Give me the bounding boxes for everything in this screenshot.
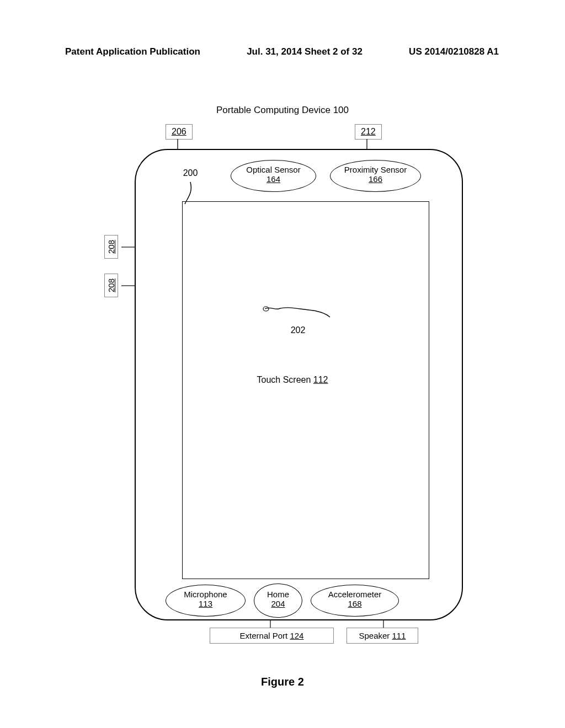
- home-num: 204: [271, 599, 285, 608]
- touch-screen-text: Touch Screen: [257, 375, 313, 384]
- ref-206: 206: [166, 124, 193, 140]
- speaker-box: Speaker 111: [347, 628, 418, 644]
- touch-screen-label: Touch Screen 112: [237, 375, 348, 385]
- accelerometer-num: 168: [348, 599, 361, 608]
- optical-sensor-bubble: Optical Sensor 164: [231, 160, 316, 192]
- touch-screen-num: 112: [313, 375, 328, 384]
- external-port-num: 124: [290, 631, 303, 640]
- accelerometer-bubble: Accelerometer 168: [311, 585, 399, 617]
- ref-212: 212: [355, 124, 382, 140]
- external-port-label: External Port: [240, 631, 290, 640]
- ref-200: 200: [177, 168, 204, 178]
- accelerometer-label: Accelerometer: [311, 590, 398, 599]
- touch-screen-outline: [182, 201, 429, 579]
- microphone-num: 113: [199, 599, 212, 608]
- speaker-label: Speaker: [359, 631, 392, 640]
- ref-208-upper: 208: [104, 235, 118, 259]
- proximity-sensor-label: Proximity Sensor: [331, 165, 420, 174]
- ref-208-lower: 208: [104, 274, 118, 297]
- microphone-label: Microphone: [166, 590, 245, 599]
- microphone-bubble: Microphone 113: [166, 585, 246, 617]
- ref-202: 202: [284, 325, 312, 335]
- proximity-sensor-bubble: Proximity Sensor 166: [330, 160, 421, 192]
- proximity-sensor-num: 166: [369, 174, 382, 184]
- optical-sensor-label: Optical Sensor: [231, 165, 316, 174]
- figure-caption: Figure 2: [0, 676, 565, 688]
- diagram-stage: 206 212 208 208 Optical Sensor 164 Proxi…: [0, 0, 565, 728]
- home-bubble: Home 204: [254, 584, 302, 618]
- optical-sensor-num: 164: [266, 174, 280, 184]
- speaker-num: 111: [392, 631, 406, 640]
- home-label: Home: [254, 590, 302, 599]
- external-port-box: External Port 124: [210, 628, 334, 644]
